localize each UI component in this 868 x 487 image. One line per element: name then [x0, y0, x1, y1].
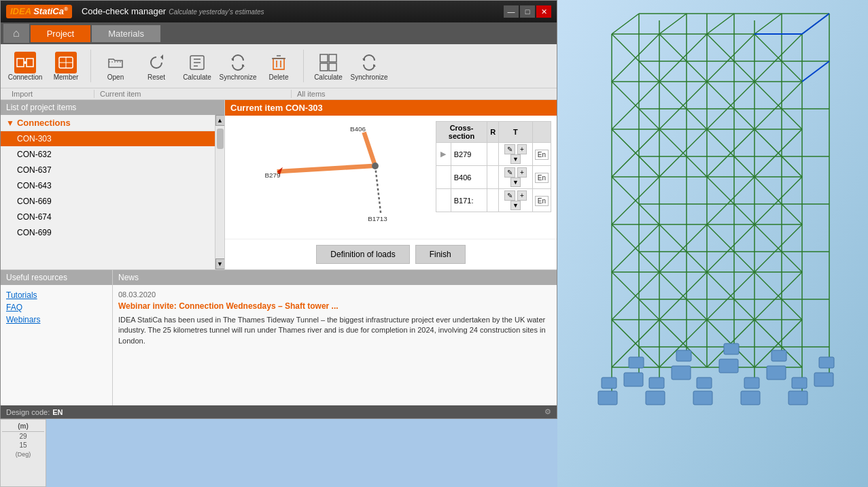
- cs-add-b171[interactable]: +: [517, 190, 527, 201]
- en-col-header: [532, 122, 551, 143]
- svg-rect-134: [624, 373, 643, 386]
- status-settings-icon[interactable]: ⚙: [544, 407, 551, 416]
- cs-dropdown-b171[interactable]: ▼: [510, 201, 521, 210]
- svg-rect-135: [672, 366, 691, 380]
- svg-rect-126: [724, 343, 739, 354]
- svg-marker-7: [160, 54, 163, 60]
- svg-rect-124: [629, 357, 644, 368]
- cs-name-b279: B279: [451, 143, 487, 166]
- maximize-button[interactable]: □: [520, 5, 535, 18]
- expand-b171-icon[interactable]: [436, 189, 451, 212]
- collapse-arrow-icon: ▼: [6, 118, 14, 128]
- right-panel: Current item CON-303 B406 B279: [225, 100, 557, 269]
- svg-rect-14: [273, 58, 284, 69]
- cs-add-b406[interactable]: +: [517, 167, 527, 178]
- tree-item-CON-699[interactable]: CON-699: [1, 225, 215, 241]
- svg-rect-136: [719, 359, 738, 373]
- cs-r-b171: [487, 189, 499, 212]
- tree-item-CON-632[interactable]: CON-632: [1, 147, 215, 163]
- left-ruler-panel: (m) 29 15 (Deg): [0, 419, 46, 487]
- ruler-value-3: 15: [2, 441, 44, 450]
- nav-tabs: ⌂ Project Materials: [1, 22, 557, 44]
- app-window: IDEA StatiCa® Code-check manager Calcula…: [0, 0, 557, 419]
- connection-button[interactable]: Connection: [6, 47, 44, 85]
- expand-b406-icon[interactable]: [436, 166, 451, 189]
- materials-tab[interactable]: Materials: [92, 25, 160, 42]
- cross-section-panel: Cross-section R T ▶ B279: [436, 121, 551, 233]
- cs-name-b406: B406: [451, 166, 487, 189]
- faq-link[interactable]: FAQ: [6, 303, 107, 312]
- connections-group-header[interactable]: ▼ Connections: [1, 115, 215, 131]
- cs-edit-b279[interactable]: ✎: [504, 144, 515, 154]
- project-tab[interactable]: Project: [31, 25, 90, 42]
- import-label: Import: [6, 90, 94, 98]
- news-date: 08.03.2020: [118, 290, 551, 299]
- synchronize-item-button[interactable]: Synchronize: [219, 47, 257, 85]
- synchronize-all-button[interactable]: Synchronize: [350, 47, 388, 85]
- current-item-label: Current item: [94, 90, 292, 98]
- tree-item-CON-674[interactable]: CON-674: [1, 209, 215, 225]
- expand-b279-icon[interactable]: ▶: [436, 143, 451, 166]
- webinars-link[interactable]: Webinars: [6, 315, 107, 324]
- cs-add-b279[interactable]: +: [517, 144, 527, 154]
- close-button[interactable]: ✕: [536, 5, 551, 18]
- svg-rect-133: [788, 391, 808, 405]
- svg-rect-129: [598, 391, 617, 405]
- tree-item-CON-643[interactable]: CON-643: [1, 178, 215, 194]
- tree-scrollbar[interactable]: ▲ ▼: [215, 115, 224, 269]
- svg-rect-30: [557, 0, 868, 487]
- cs-edit-b171[interactable]: ✎: [504, 190, 515, 201]
- calculate-all-button[interactable]: Calculate: [309, 47, 347, 85]
- list-panel: List of project items ▼ Connections CON-…: [1, 100, 224, 269]
- cs-name-b171: B171:: [451, 189, 487, 212]
- connection-diagram: B406 B279 B1713: [230, 121, 430, 233]
- reset-button[interactable]: Reset: [137, 47, 175, 85]
- bottom-panel: Useful resources Tutorials FAQ Webinars …: [1, 269, 557, 405]
- reset-label: Reset: [147, 73, 165, 81]
- calculate-all-label: Calculate: [314, 73, 343, 81]
- news-content: 08.03.2020 Webinar invite: Connection We…: [113, 285, 557, 405]
- open-label: Open: [107, 73, 124, 81]
- ruler-deg-label: (Deg): [2, 450, 44, 459]
- news-title-link[interactable]: Webinar invite: Connection Wednesdays – …: [118, 301, 551, 311]
- scroll-thumb[interactable]: [217, 129, 224, 149]
- current-item-header: Current item CON-303: [225, 100, 557, 116]
- cs-r-b406: [487, 166, 499, 189]
- cs-edit-b406[interactable]: ✎: [504, 167, 515, 178]
- app-logo: IDEA StatiCa®: [6, 5, 72, 18]
- definition-of-loads-button[interactable]: Definition of loads: [316, 245, 409, 264]
- calculate-item-button[interactable]: Calculate: [178, 47, 216, 85]
- separator-2: [303, 50, 304, 82]
- cs-dropdown-b406[interactable]: ▼: [510, 178, 521, 187]
- synchronize-item-icon: [228, 53, 247, 72]
- tree-item-CON-303[interactable]: CON-303: [1, 131, 215, 147]
- tree-item-CON-669[interactable]: CON-669: [1, 194, 215, 209]
- cs-en-b279: En: [532, 143, 551, 166]
- resources-list: Tutorials FAQ Webinars: [1, 285, 112, 330]
- ruler-value-1: 29: [2, 432, 44, 441]
- synchronize-all-icon: [360, 53, 379, 72]
- home-tab[interactable]: ⌂: [3, 24, 29, 43]
- tree-list: ▼ Connections CON-303 CON-632 CON-637 CO…: [1, 115, 215, 269]
- open-button[interactable]: Open: [97, 47, 135, 85]
- delete-icon: [269, 53, 288, 72]
- member-button[interactable]: Member: [47, 47, 85, 85]
- svg-rect-137: [767, 366, 786, 380]
- delete-button[interactable]: Delete: [260, 47, 298, 85]
- design-code-label: Design code:: [6, 408, 50, 416]
- tutorials-link[interactable]: Tutorials: [6, 290, 107, 300]
- title-bar: IDEA StatiCa® Code-check manager Calcula…: [1, 1, 557, 22]
- connections-group-label: Connections: [17, 118, 71, 128]
- minimize-button[interactable]: —: [504, 5, 519, 18]
- scroll-up-button[interactable]: ▲: [215, 115, 225, 126]
- svg-rect-0: [17, 58, 24, 67]
- toolbar-row: Connection Member: [1, 44, 557, 88]
- status-bar: Design code: EN ⚙: [1, 405, 557, 418]
- cs-dropdown-b279[interactable]: ▼: [510, 154, 521, 164]
- finish-button[interactable]: Finish: [415, 245, 466, 264]
- scroll-down-button[interactable]: ▼: [215, 258, 225, 269]
- svg-rect-128: [819, 357, 834, 368]
- useful-resources-header: Useful resources: [1, 270, 112, 285]
- svg-line-25: [364, 133, 376, 167]
- tree-item-CON-637[interactable]: CON-637: [1, 163, 215, 178]
